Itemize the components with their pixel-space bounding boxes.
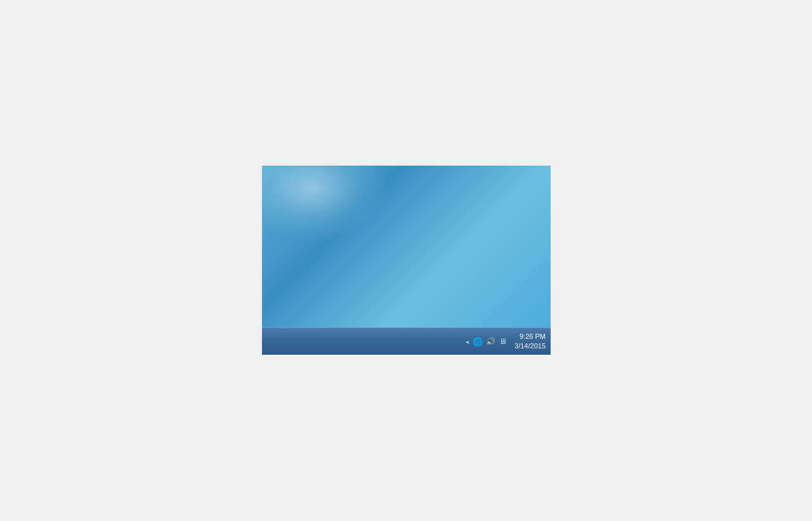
network-icon: 🖥: [499, 337, 507, 346]
desktop-area: ✓ Reboot on Selection ✓ • Windows 8.1 • …: [262, 166, 551, 355]
taskbar: ◂ 🌐 🔊 🖥 9:26 PM 3/14/2015: [262, 327, 551, 355]
clock-time: 9:26 PM: [520, 332, 546, 341]
clock[interactable]: 9:26 PM 3/14/2015: [514, 332, 546, 352]
tray-globe-icon[interactable]: 🌐: [473, 336, 483, 346]
tray-overflow-icon[interactable]: ◂: [466, 338, 469, 345]
system-tray: ◂ 🌐 🔊 🖥 9:26 PM 3/14/2015: [466, 332, 546, 352]
globe-icon: 🌐: [473, 337, 483, 346]
volume-icon: 🔊: [486, 337, 495, 346]
tray-network-icon[interactable]: 🖥: [498, 336, 508, 346]
tray-volume-icon[interactable]: 🔊: [485, 336, 495, 346]
clock-date: 3/14/2015: [514, 341, 546, 351]
